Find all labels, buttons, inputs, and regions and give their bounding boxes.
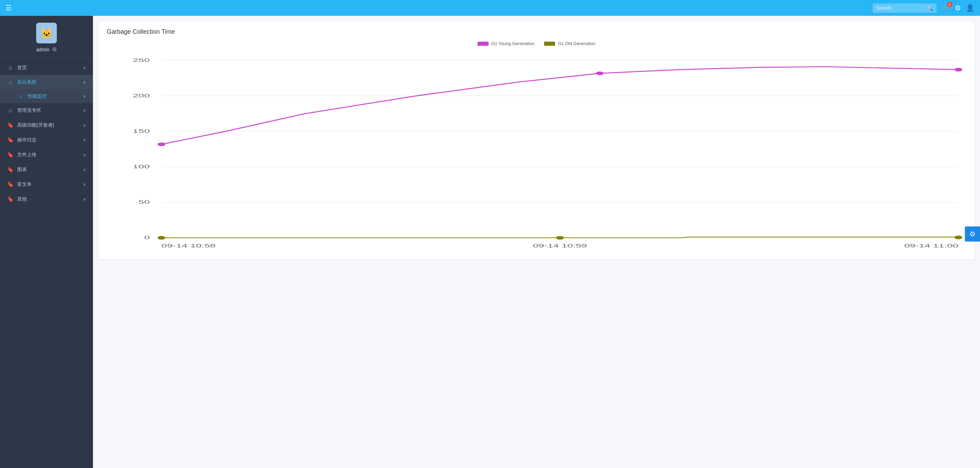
op-log-icon: 🔖 bbox=[7, 136, 14, 143]
other-icon: 🔖 bbox=[7, 196, 14, 202]
backend-icon: ⌂ bbox=[7, 79, 14, 85]
charts-arrow: ∨ bbox=[83, 167, 86, 172]
sidebar-label-home: 首页 bbox=[17, 65, 80, 71]
search-box[interactable]: 🔍 bbox=[873, 3, 937, 13]
svg-text:150: 150 bbox=[133, 129, 150, 134]
sidebar-profile: 🐱 admin ⚙ bbox=[0, 16, 93, 58]
legend-item-young: G1 Young Generation bbox=[477, 41, 535, 46]
perf-icon: ⌂ bbox=[17, 94, 24, 99]
svg-text:09-14 10:58: 09-14 10:58 bbox=[162, 243, 216, 249]
perf-arrow: ∨ bbox=[83, 94, 86, 99]
gc-chart-svg: 250 200 150 100 50 0 09-14 10:58 09-14 1… bbox=[107, 53, 966, 252]
sidebar-label-advanced: 高级功能(开发者) bbox=[17, 122, 80, 129]
sidebar-nav: ⌂ 首页 ∨ ⌂ 后台系统 ∧ ⌂ 性能监控 ∨ ⌂ 管理员专区 ∨ bbox=[0, 58, 93, 468]
avatar: 🐱 bbox=[36, 23, 57, 43]
profile-row: admin ⚙ bbox=[36, 46, 57, 52]
sidebar: 🐱 admin ⚙ ⌂ 首页 ∨ ⌂ 后台系统 ∧ ⌂ 性能监控 bbox=[0, 16, 93, 468]
legend-color-young bbox=[477, 42, 488, 46]
sidebar-item-home[interactable]: ⌂ 首页 ∨ bbox=[0, 60, 93, 75]
op-log-arrow: ∨ bbox=[83, 138, 86, 143]
sidebar-label-charts: 图表 bbox=[17, 167, 80, 173]
sidebar-item-file-upload[interactable]: 🔖 文件上传 ∨ bbox=[0, 147, 93, 162]
cart-badge: 5 bbox=[947, 2, 953, 7]
svg-text:50: 50 bbox=[138, 200, 150, 205]
home-icon: ⌂ bbox=[7, 65, 14, 71]
young-gen-line bbox=[162, 67, 958, 144]
other-arrow: ∨ bbox=[83, 197, 86, 201]
chart-container: Garbage Collection Time G1 Young Generat… bbox=[99, 21, 975, 259]
sidebar-label-rich-text: 富文本 bbox=[17, 181, 80, 187]
svg-text:09-14 10:59: 09-14 10:59 bbox=[533, 243, 587, 249]
advanced-arrow: ∨ bbox=[83, 123, 86, 128]
rich-text-arrow: ∨ bbox=[83, 182, 86, 187]
old-dot-mid bbox=[556, 236, 564, 240]
young-dot-mid bbox=[596, 71, 604, 75]
search-icon: 🔍 bbox=[926, 5, 933, 11]
svg-text:100: 100 bbox=[133, 164, 150, 169]
legend-color-old bbox=[544, 42, 555, 46]
svg-text:200: 200 bbox=[133, 93, 150, 98]
file-upload-icon: 🔖 bbox=[7, 151, 14, 158]
sidebar-label-other: 其他 bbox=[17, 196, 80, 202]
sidebar-label-op-log: 操作日志 bbox=[17, 137, 80, 143]
search-input[interactable] bbox=[876, 5, 924, 11]
header-right: 🔍 🛒 5 ⚙ 👤 bbox=[873, 3, 975, 13]
sidebar-label-admin-zone: 管理员专区 bbox=[17, 107, 80, 114]
admin-zone-icon: ⌂ bbox=[7, 107, 14, 114]
young-dot-start bbox=[158, 143, 165, 146]
sidebar-item-rich-text[interactable]: 🔖 富文本 ∨ bbox=[0, 177, 93, 192]
profile-gear-icon[interactable]: ⚙ bbox=[52, 46, 57, 52]
profile-name: admin bbox=[36, 47, 49, 52]
main-layout: 🐱 admin ⚙ ⌂ 首页 ∨ ⌂ 后台系统 ∧ ⌂ 性能监控 bbox=[0, 16, 980, 468]
sidebar-item-backend[interactable]: ⌂ 后台系统 ∧ bbox=[0, 75, 93, 89]
content-area: Garbage Collection Time G1 Young Generat… bbox=[93, 16, 980, 468]
charts-icon: 🔖 bbox=[7, 166, 14, 173]
admin-zone-arrow: ∨ bbox=[83, 108, 86, 113]
svg-text:250: 250 bbox=[133, 57, 150, 63]
sidebar-item-advanced[interactable]: 🔖 高级功能(开发者) ∨ bbox=[0, 118, 93, 132]
old-dot-start bbox=[158, 236, 165, 240]
home-arrow: ∨ bbox=[83, 65, 86, 70]
legend-label-old: G1 Old Generation bbox=[558, 41, 595, 46]
file-upload-arrow: ∨ bbox=[83, 152, 86, 157]
settings-icon[interactable]: ⚙ bbox=[955, 4, 961, 12]
chart-legend: G1 Young Generation G1 Old Generation bbox=[107, 41, 966, 46]
sidebar-item-other[interactable]: 🔖 其他 ∨ bbox=[0, 192, 93, 206]
sidebar-item-charts[interactable]: 🔖 图表 ∨ bbox=[0, 162, 93, 177]
sidebar-label-file-upload: 文件上传 bbox=[17, 152, 80, 158]
backend-arrow: ∧ bbox=[83, 80, 86, 85]
sidebar-label-perf: 性能监控 bbox=[27, 93, 80, 100]
menu-icon[interactable]: ☰ bbox=[5, 4, 12, 12]
header: ☰ 🔍 🛒 5 ⚙ 👤 bbox=[0, 0, 980, 16]
rich-text-icon: 🔖 bbox=[7, 181, 14, 187]
sidebar-item-admin-zone[interactable]: ⌂ 管理员专区 ∨ bbox=[0, 103, 93, 118]
old-dot-end bbox=[955, 236, 963, 240]
cart-icon-wrapper[interactable]: 🛒 5 bbox=[942, 4, 950, 12]
sidebar-item-op-log[interactable]: 🔖 操作日志 ∨ bbox=[0, 132, 93, 147]
young-dot-end bbox=[955, 68, 963, 71]
legend-label-young: G1 Young Generation bbox=[492, 41, 535, 46]
chart-svg-wrapper: 250 200 150 100 50 0 09-14 10:58 09-14 1… bbox=[107, 53, 966, 252]
advanced-icon: 🔖 bbox=[7, 122, 14, 129]
sidebar-item-perf-monitor[interactable]: ⌂ 性能监控 ∨ bbox=[0, 89, 93, 103]
sidebar-label-backend: 后台系统 bbox=[17, 79, 80, 85]
float-settings-button[interactable]: ⚙ bbox=[965, 227, 980, 241]
user-icon[interactable]: 👤 bbox=[966, 4, 975, 12]
legend-item-old: G1 Old Generation bbox=[544, 41, 595, 46]
svg-text:0: 0 bbox=[144, 235, 150, 241]
svg-text:09-14 11:00: 09-14 11:00 bbox=[904, 243, 958, 249]
chart-title: Garbage Collection Time bbox=[107, 28, 966, 35]
